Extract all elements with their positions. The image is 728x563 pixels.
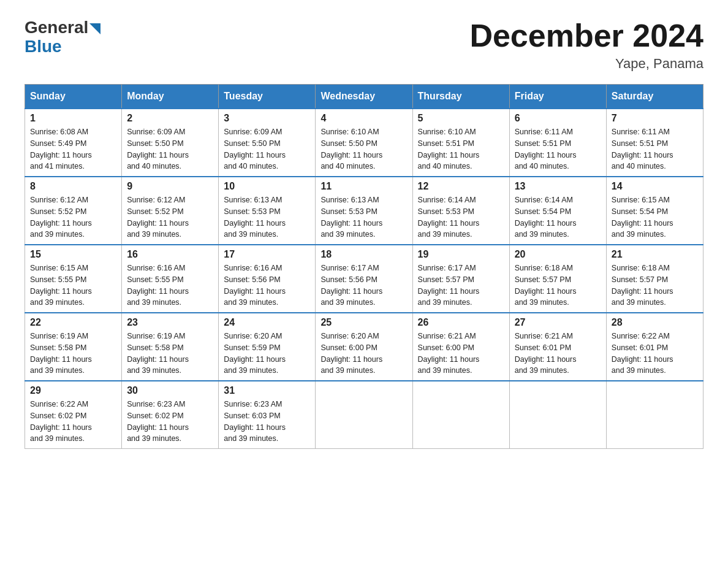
day-info: Sunrise: 6:23 AMSunset: 6:02 PMDaylight:… (127, 400, 189, 443)
day-info: Sunrise: 6:15 AMSunset: 5:54 PMDaylight:… (612, 196, 673, 239)
day-number: 20 (515, 249, 601, 260)
day-number: 16 (127, 249, 213, 260)
table-row: 11 Sunrise: 6:13 AMSunset: 5:53 PMDaylig… (316, 177, 412, 245)
day-number: 5 (418, 113, 504, 124)
day-info: Sunrise: 6:20 AMSunset: 5:59 PMDaylight:… (224, 332, 286, 375)
table-row: 17 Sunrise: 6:16 AMSunset: 5:56 PMDaylig… (219, 245, 316, 313)
table-row: 2 Sunrise: 6:09 AMSunset: 5:50 PMDayligh… (122, 109, 219, 177)
table-row: 21 Sunrise: 6:18 AMSunset: 5:57 PMDaylig… (606, 245, 703, 313)
day-info: Sunrise: 6:10 AMSunset: 5:51 PMDaylight:… (418, 128, 480, 170)
table-row: 26 Sunrise: 6:21 AMSunset: 6:00 PMDaylig… (412, 313, 509, 381)
table-row: 5 Sunrise: 6:10 AMSunset: 5:51 PMDayligh… (412, 109, 509, 177)
table-row: 27 Sunrise: 6:21 AMSunset: 6:01 PMDaylig… (509, 313, 606, 381)
day-number: 1 (30, 113, 116, 124)
location: Yape, Panama (469, 56, 703, 72)
table-row: 14 Sunrise: 6:15 AMSunset: 5:54 PMDaylig… (606, 177, 703, 245)
day-info: Sunrise: 6:23 AMSunset: 6:03 PMDaylight:… (224, 400, 286, 443)
day-info: Sunrise: 6:12 AMSunset: 5:52 PMDaylight:… (127, 196, 189, 239)
day-number: 22 (30, 317, 116, 328)
day-info: Sunrise: 6:09 AMSunset: 5:50 PMDaylight:… (224, 128, 286, 170)
day-number: 31 (224, 385, 310, 396)
table-row: 25 Sunrise: 6:20 AMSunset: 6:00 PMDaylig… (316, 313, 412, 381)
day-number: 6 (515, 113, 601, 124)
day-number: 23 (127, 317, 213, 328)
table-row (412, 381, 509, 449)
table-row: 6 Sunrise: 6:11 AMSunset: 5:51 PMDayligh… (509, 109, 606, 177)
table-row: 8 Sunrise: 6:12 AMSunset: 5:52 PMDayligh… (25, 177, 122, 245)
calendar-table: Sunday Monday Tuesday Wednesday Thursday… (25, 84, 703, 449)
day-number: 29 (30, 385, 116, 396)
col-wednesday: Wednesday (316, 85, 412, 109)
svg-marker-0 (89, 23, 100, 34)
day-number: 3 (224, 113, 310, 124)
day-info: Sunrise: 6:10 AMSunset: 5:50 PMDaylight:… (320, 128, 382, 170)
day-number: 26 (418, 317, 504, 328)
table-row: 22 Sunrise: 6:19 AMSunset: 5:58 PMDaylig… (25, 313, 122, 381)
table-row: 19 Sunrise: 6:17 AMSunset: 5:57 PMDaylig… (412, 245, 509, 313)
day-info: Sunrise: 6:12 AMSunset: 5:52 PMDaylight:… (30, 196, 92, 239)
day-info: Sunrise: 6:13 AMSunset: 5:53 PMDaylight:… (224, 196, 286, 239)
table-row: 31 Sunrise: 6:23 AMSunset: 6:03 PMDaylig… (219, 381, 316, 449)
day-number: 18 (320, 249, 407, 260)
table-row: 18 Sunrise: 6:17 AMSunset: 5:56 PMDaylig… (316, 245, 412, 313)
table-row: 3 Sunrise: 6:09 AMSunset: 5:50 PMDayligh… (219, 109, 316, 177)
logo: General Blue (25, 18, 100, 56)
table-row: 20 Sunrise: 6:18 AMSunset: 5:57 PMDaylig… (509, 245, 606, 313)
table-row (509, 381, 606, 449)
day-number: 11 (320, 181, 407, 192)
day-number: 8 (30, 181, 116, 192)
table-row: 24 Sunrise: 6:20 AMSunset: 5:59 PMDaylig… (219, 313, 316, 381)
day-number: 17 (224, 249, 310, 260)
day-number: 24 (224, 317, 310, 328)
col-tuesday: Tuesday (219, 85, 316, 109)
day-number: 14 (612, 181, 698, 192)
week-row: 15 Sunrise: 6:15 AMSunset: 5:55 PMDaylig… (25, 245, 703, 313)
day-info: Sunrise: 6:22 AMSunset: 6:01 PMDaylight:… (612, 332, 673, 375)
day-info: Sunrise: 6:21 AMSunset: 6:01 PMDaylight:… (515, 332, 577, 375)
day-info: Sunrise: 6:11 AMSunset: 5:51 PMDaylight:… (612, 128, 673, 170)
day-info: Sunrise: 6:11 AMSunset: 5:51 PMDaylight:… (515, 128, 577, 170)
day-info: Sunrise: 6:18 AMSunset: 5:57 PMDaylight:… (612, 264, 673, 307)
table-row: 10 Sunrise: 6:13 AMSunset: 5:53 PMDaylig… (219, 177, 316, 245)
day-number: 25 (320, 317, 407, 328)
day-info: Sunrise: 6:13 AMSunset: 5:53 PMDaylight:… (320, 196, 382, 239)
table-row: 30 Sunrise: 6:23 AMSunset: 6:02 PMDaylig… (122, 381, 219, 449)
day-number: 10 (224, 181, 310, 192)
page-header: General Blue December 2024 Yape, Panama (25, 18, 703, 72)
table-row: 29 Sunrise: 6:22 AMSunset: 6:02 PMDaylig… (25, 381, 122, 449)
day-info: Sunrise: 6:16 AMSunset: 5:55 PMDaylight:… (127, 264, 189, 307)
table-row (606, 381, 703, 449)
col-friday: Friday (509, 85, 606, 109)
table-row: 12 Sunrise: 6:14 AMSunset: 5:53 PMDaylig… (412, 177, 509, 245)
logo-blue: Blue (25, 37, 100, 56)
week-row: 1 Sunrise: 6:08 AMSunset: 5:49 PMDayligh… (25, 109, 703, 177)
table-row: 15 Sunrise: 6:15 AMSunset: 5:55 PMDaylig… (25, 245, 122, 313)
week-row: 22 Sunrise: 6:19 AMSunset: 5:58 PMDaylig… (25, 313, 703, 381)
day-info: Sunrise: 6:19 AMSunset: 5:58 PMDaylight:… (30, 332, 92, 375)
day-number: 21 (612, 249, 698, 260)
table-row (316, 381, 412, 449)
day-info: Sunrise: 6:16 AMSunset: 5:56 PMDaylight:… (224, 264, 286, 307)
day-number: 28 (612, 317, 698, 328)
day-info: Sunrise: 6:14 AMSunset: 5:53 PMDaylight:… (418, 196, 480, 239)
col-sunday: Sunday (25, 85, 122, 109)
table-row: 16 Sunrise: 6:16 AMSunset: 5:55 PMDaylig… (122, 245, 219, 313)
header-row: Sunday Monday Tuesday Wednesday Thursday… (25, 85, 703, 109)
col-monday: Monday (122, 85, 219, 109)
day-number: 12 (418, 181, 504, 192)
day-number: 9 (127, 181, 213, 192)
day-info: Sunrise: 6:19 AMSunset: 5:58 PMDaylight:… (127, 332, 189, 375)
day-number: 19 (418, 249, 504, 260)
table-row: 9 Sunrise: 6:12 AMSunset: 5:52 PMDayligh… (122, 177, 219, 245)
day-info: Sunrise: 6:18 AMSunset: 5:57 PMDaylight:… (515, 264, 577, 307)
col-saturday: Saturday (606, 85, 703, 109)
logo-general: General (25, 18, 100, 37)
day-info: Sunrise: 6:14 AMSunset: 5:54 PMDaylight:… (515, 196, 577, 239)
day-number: 30 (127, 385, 213, 396)
table-row: 4 Sunrise: 6:10 AMSunset: 5:50 PMDayligh… (316, 109, 412, 177)
table-row: 1 Sunrise: 6:08 AMSunset: 5:49 PMDayligh… (25, 109, 122, 177)
day-number: 4 (320, 113, 407, 124)
title-section: December 2024 Yape, Panama (469, 18, 703, 72)
day-info: Sunrise: 6:09 AMSunset: 5:50 PMDaylight:… (127, 128, 189, 170)
day-number: 13 (515, 181, 601, 192)
